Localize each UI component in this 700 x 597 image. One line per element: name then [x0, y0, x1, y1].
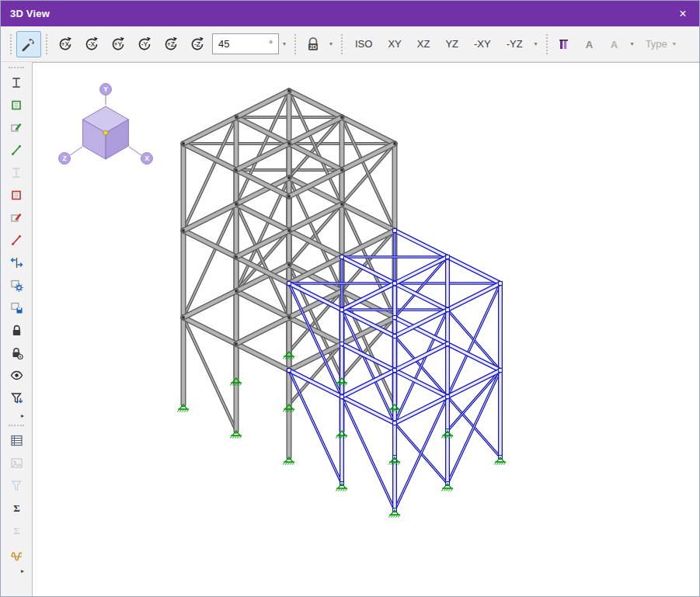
close-button[interactable]: ×	[667, 1, 699, 26]
delete-member-icon	[9, 233, 24, 248]
rotate-arrow-icon: +X	[56, 35, 75, 54]
select-mode-button[interactable]	[16, 31, 41, 57]
new-object-button[interactable]	[6, 95, 27, 116]
graphic-print-button	[6, 453, 27, 474]
type-selector-label: Type	[646, 38, 667, 50]
view-xz-button[interactable]: XZ	[409, 31, 438, 57]
type-selector: Type ▾	[638, 31, 684, 57]
edit-object-button[interactable]	[6, 117, 27, 138]
rotate-arrow-icon: +Y	[109, 35, 127, 54]
rotation-angle-input[interactable]	[218, 38, 267, 50]
show-sections-icon	[9, 75, 24, 90]
edit-object-red-button[interactable]	[6, 207, 27, 228]
rotate-button-group: +X -X +Y -Y +Z -Z	[52, 31, 211, 57]
lock-selection-button[interactable]	[6, 342, 27, 363]
show-sections-button[interactable]	[6, 72, 27, 93]
sum-settings-icon: Σ	[9, 523, 24, 538]
rotate-arrow-icon: -Y	[135, 35, 154, 54]
new-member-icon	[9, 143, 24, 158]
renumber-button[interactable]	[6, 252, 27, 273]
svg-text:A: A	[611, 39, 618, 50]
result-filter-icon	[9, 478, 24, 493]
view-yz-button[interactable]: YZ	[437, 31, 466, 57]
font-b-icon: A	[607, 36, 622, 51]
axis-y-ball[interactable]: Y	[100, 84, 112, 95]
new-member-button[interactable]	[6, 140, 27, 161]
axis-z-ball[interactable]: Z	[59, 153, 71, 165]
svg-text:-Y: -Y	[141, 40, 148, 48]
tables-button[interactable]	[6, 430, 27, 451]
sections-off-button	[6, 162, 27, 183]
rotate-minus-x-button[interactable]: -X	[78, 31, 105, 57]
degree-unit-label: °	[267, 39, 273, 50]
renumber-icon	[9, 255, 24, 270]
view-iso-button[interactable]: ISO	[347, 31, 380, 57]
title-bar: 3D View ×	[1, 1, 699, 26]
lock-objects-icon	[9, 323, 24, 338]
rotate-plus-z-button[interactable]: +Z	[158, 31, 184, 57]
rotate-minus-y-button[interactable]: -Y	[131, 31, 158, 57]
show-hide-icon	[9, 368, 24, 383]
font-b-button: A	[602, 31, 627, 57]
sections-off-icon	[9, 165, 24, 180]
sum-results-button[interactable]: Σ	[6, 498, 27, 519]
annotation-style-button[interactable]	[552, 31, 577, 57]
chevron-down-icon: ▾	[673, 40, 676, 47]
save-view-icon	[9, 300, 24, 315]
view-xy-button[interactable]: XY	[380, 31, 409, 57]
rotate-plus-x-button[interactable]: +X	[52, 31, 78, 57]
toolbar-grip	[9, 425, 24, 426]
lock-selection-icon	[9, 345, 24, 360]
edit-object-icon	[9, 120, 24, 135]
view-minus-xy-button[interactable]: -XY	[466, 31, 499, 57]
font-a-icon: A	[582, 36, 597, 51]
svg-text:Y: Y	[103, 85, 108, 93]
svg-text:Z: Z	[62, 154, 66, 162]
sum-settings-button: Σ	[6, 520, 27, 541]
toolbar-separator	[546, 34, 548, 54]
svg-text:+Z: +Z	[167, 40, 176, 48]
frame-gray[interactable]	[182, 89, 395, 457]
wrench-pointer-icon	[20, 36, 37, 53]
delete-member-button[interactable]	[6, 230, 27, 251]
svg-text:A: A	[586, 39, 594, 50]
expand-toolbar-button[interactable]: ▸	[16, 410, 30, 422]
view-minus-yz-button[interactable]: -YZ	[499, 31, 531, 57]
save-view-button[interactable]	[6, 297, 27, 318]
toolbar-separator	[46, 34, 47, 54]
svg-text:X: X	[145, 154, 149, 162]
viewport[interactable]: YXZ	[32, 62, 699, 596]
axis-x-ball[interactable]: X	[141, 153, 153, 165]
svg-text:+X: +X	[61, 40, 70, 48]
result-diagram-icon	[9, 546, 24, 561]
rotate-arrow-icon: +Z	[162, 35, 180, 54]
edit-object-red-icon	[9, 210, 24, 225]
expand-toolbar-button[interactable]: ▸	[16, 565, 30, 577]
svg-text:-X: -X	[89, 40, 96, 48]
show-hide-button[interactable]	[6, 365, 27, 386]
delete-object-button[interactable]	[6, 185, 27, 206]
model-3d-scene[interactable]: YXZ	[33, 63, 699, 596]
lock-objects-button[interactable]	[6, 320, 27, 341]
font-b-button-dropdown[interactable]: ▾	[627, 33, 638, 56]
visibility-settings-button[interactable]	[6, 275, 27, 296]
lock-2d-dropdown-button[interactable]: ▾	[326, 33, 336, 56]
result-filter-button	[6, 475, 27, 496]
filter-view-button[interactable]	[6, 387, 27, 408]
annotation-style-icon	[557, 36, 572, 51]
view-button-group: ISOXYXZYZ-XY-YZ	[347, 31, 531, 57]
result-diagram-button[interactable]	[6, 543, 27, 564]
view-dropdown-button[interactable]: ▾	[531, 33, 542, 56]
visibility-settings-icon	[9, 278, 24, 293]
lock-2d-view-button[interactable]: 2D	[301, 31, 326, 57]
toolbar-separator	[294, 34, 296, 54]
3d-view-window: 3D View × +X -X +Y -Y +Z -Z	[0, 0, 700, 597]
rotate-plus-y-button[interactable]: +Y	[105, 31, 131, 57]
main-toolbar: +X -X +Y -Y +Z -Z ° ▾ 2D ▾ ISOXYXZY	[1, 26, 699, 62]
svg-text:-Z: -Z	[194, 40, 201, 48]
navigation-cube[interactable]: YXZ	[59, 84, 153, 165]
svg-text:Σ: Σ	[13, 502, 20, 514]
angle-dropdown-button[interactable]: ▾	[279, 33, 290, 56]
rotate-minus-z-button[interactable]: -Z	[184, 31, 211, 57]
window-title: 3D View	[10, 8, 50, 19]
